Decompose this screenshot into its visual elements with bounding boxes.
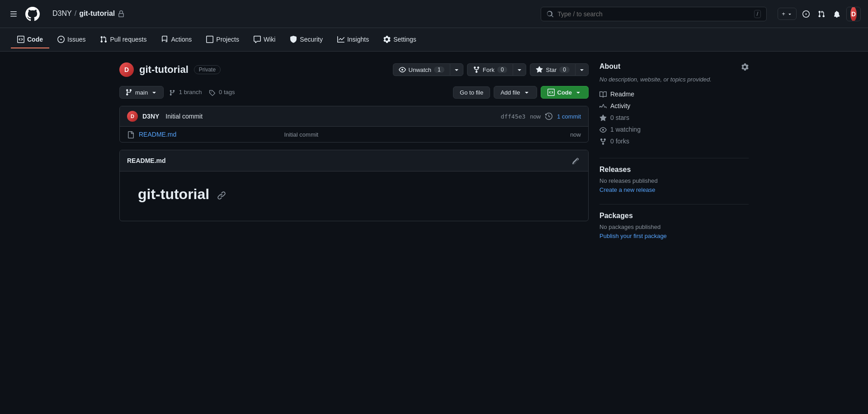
branch-row-actions: Go to file Add file Code (453, 86, 589, 99)
commit-author: D3NY (142, 113, 159, 120)
search-bar[interactable]: / (541, 7, 767, 21)
tab-issues-label: Issues (67, 36, 85, 43)
table-row: README.md Initial commit now (120, 127, 588, 142)
fork-button[interactable]: Fork 0 (467, 63, 513, 76)
repo-main: D git-tutorial Private Unwatch 1 (119, 62, 589, 239)
commit-hash: dff45e3 (501, 113, 526, 120)
repo-link[interactable]: git-tutorial (79, 10, 115, 18)
hamburger-button[interactable] (7, 8, 20, 20)
sidebar-divider-2 (599, 204, 749, 205)
about-section: About No description, website, or topics… (599, 62, 749, 147)
releases-section: Releases No releases published Create a … (599, 166, 749, 193)
new-button[interactable]: + (778, 8, 797, 20)
code-button[interactable]: Code (541, 86, 589, 99)
commit-author-avatar: D (127, 111, 138, 122)
repo-header: D git-tutorial Private Unwatch 1 (119, 62, 589, 77)
branch-info: 1 branch 0 tags (169, 89, 235, 96)
tab-code[interactable]: Code (11, 31, 49, 48)
stars-stat: 0 stars (599, 112, 749, 124)
top-nav: D3NY / git-tutorial / + (0, 0, 868, 28)
star-count: 0 (559, 67, 570, 73)
star-button[interactable]: Star 0 (530, 63, 575, 76)
tab-actions-label: Actions (171, 36, 192, 43)
avatar-button[interactable]: D (846, 7, 861, 21)
watching-stat: 1 watching (599, 124, 749, 135)
fork-dropdown[interactable] (513, 63, 526, 76)
branch-count-link[interactable]: 1 branch (169, 89, 202, 96)
tab-insights-label: Insights (347, 36, 369, 43)
forks-stat: 0 forks (599, 135, 749, 147)
tab-issues[interactable]: Issues (51, 31, 92, 48)
tab-pull-requests[interactable]: Pull requests (94, 31, 153, 48)
unwatch-dropdown[interactable] (450, 63, 463, 76)
forks-count: 0 forks (610, 138, 629, 145)
main-container: D git-tutorial Private Unwatch 1 (108, 52, 760, 250)
add-file-button[interactable]: Add file (494, 86, 537, 99)
edit-readme-button[interactable] (570, 155, 581, 167)
readme-link-label: Readme (610, 90, 634, 98)
repo-sidebar: About No description, website, or topics… (599, 62, 749, 239)
go-to-file-button[interactable]: Go to file (453, 86, 490, 99)
owner-link[interactable]: D3NY (52, 10, 72, 18)
readme-body: git-tutorial (120, 171, 588, 221)
book-icon (599, 90, 607, 98)
watching-stat-icon (599, 125, 607, 133)
tags-link[interactable]: 0 tags (209, 89, 235, 96)
readme-filename: README.md (127, 157, 166, 164)
fork-count: 0 (497, 67, 508, 73)
file-table: D D3NY Initial commit dff45e3 now 1 comm… (119, 106, 589, 143)
forks-stat-icon (599, 137, 607, 145)
file-icon (127, 130, 134, 138)
breadcrumb-slash: / (75, 10, 76, 18)
unwatch-button[interactable]: Unwatch 1 (393, 63, 450, 76)
readme-box: README.md git-tutorial (119, 150, 589, 221)
activity-link[interactable]: Activity (599, 100, 749, 112)
avatar: D (850, 7, 857, 21)
file-name[interactable]: README.md (139, 131, 279, 138)
packages-section: Packages No packages published Publish y… (599, 212, 749, 239)
tab-security[interactable]: Security (283, 31, 329, 48)
readme-link[interactable]: Readme (599, 88, 749, 100)
issues-button[interactable] (800, 8, 812, 20)
tab-insights[interactable]: Insights (331, 31, 375, 48)
unwatch-count: 1 (434, 67, 444, 73)
activity-icon (599, 102, 607, 110)
tab-security-label: Security (300, 36, 323, 43)
commit-count-link[interactable]: 1 commit (557, 113, 581, 120)
about-settings-button[interactable] (741, 62, 749, 71)
tab-settings[interactable]: Settings (377, 31, 423, 48)
create-release-link[interactable]: Create a new release (599, 186, 656, 193)
watching-count: 1 watching (610, 126, 641, 133)
pull-requests-button[interactable] (816, 8, 827, 20)
branch-name: main (135, 89, 148, 96)
tab-code-label: Code (27, 36, 43, 43)
about-title: About (599, 62, 749, 71)
releases-title: Releases (599, 166, 749, 174)
breadcrumb: D3NY / git-tutorial (45, 0, 132, 28)
tab-wiki[interactable]: Wiki (247, 31, 282, 48)
publish-package-link[interactable]: Publish your first package (599, 233, 667, 239)
notifications-button[interactable] (831, 8, 843, 20)
tab-projects[interactable]: Projects (200, 31, 245, 48)
search-input[interactable] (557, 10, 750, 18)
fork-label: Fork (483, 67, 495, 73)
file-commit-msg: Initial commit (284, 131, 566, 138)
tab-actions[interactable]: Actions (155, 31, 198, 48)
repo-header-actions: Unwatch 1 Fork 0 (393, 63, 589, 76)
sidebar-divider-1 (599, 158, 749, 158)
packages-empty: No packages published (599, 224, 749, 230)
branch-select-button[interactable]: main (119, 86, 164, 99)
about-desc: No description, website, or topics provi… (599, 76, 749, 83)
readme-heading: git-tutorial (138, 186, 570, 203)
tags-count-label: 0 tags (219, 89, 235, 95)
packages-title: Packages (599, 212, 749, 220)
private-badge: Private (194, 65, 221, 74)
branch-count-label: 1 branch (179, 89, 202, 95)
repo-title: git-tutorial (139, 64, 189, 76)
readme-header: README.md (120, 150, 588, 171)
commit-message: Initial commit (165, 113, 203, 120)
star-dropdown[interactable] (575, 63, 589, 76)
tab-projects-label: Projects (216, 36, 239, 43)
branch-row: main 1 branch 0 tags Go to file Add file (119, 86, 589, 99)
commit-meta: dff45e3 now 1 commit (501, 113, 581, 120)
